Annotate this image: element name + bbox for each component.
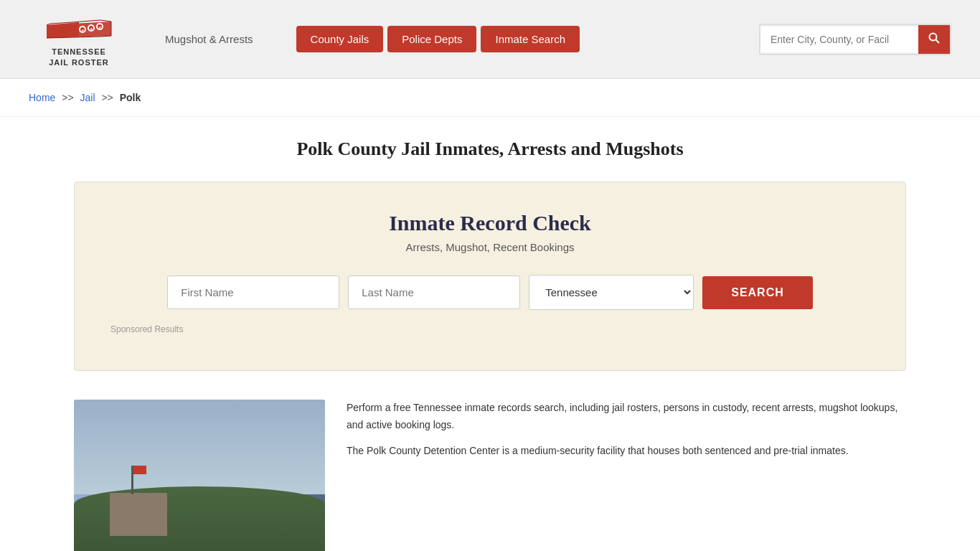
logo-text: TENNESSEE JAIL ROSTER	[49, 47, 109, 67]
search-icon	[928, 32, 940, 44]
breadcrumb: Home >> Jail >> Polk	[0, 79, 980, 117]
header-search-button[interactable]	[918, 25, 950, 54]
header-search-bar	[759, 24, 951, 55]
page-title: Polk County Jail Inmates, Arrests and Mu…	[74, 138, 906, 160]
description-text: Perform a free Tennessee inmate records …	[347, 400, 906, 468]
breadcrumb-jail[interactable]: Jail	[80, 92, 95, 103]
county-jails-button[interactable]: County Jails	[296, 26, 384, 52]
last-name-input[interactable]	[348, 276, 520, 309]
main-nav: County Jails Police Depts Inmate Search	[296, 26, 580, 52]
first-name-input[interactable]	[167, 276, 339, 309]
site-logo[interactable]: ★ ★ ★ TENNESSEE JAIL ROSTER	[29, 11, 129, 67]
mugshot-arrests-link[interactable]: Mugshot & Arrests	[165, 33, 253, 45]
breadcrumb-home[interactable]: Home	[29, 92, 55, 103]
bottom-section: Perform a free Tennessee inmate records …	[74, 400, 906, 551]
record-check-subtitle: Arrests, Mugshot, Recent Bookings	[103, 241, 877, 253]
police-depts-button[interactable]: Police Depts	[387, 26, 476, 52]
breadcrumb-current: Polk	[120, 92, 141, 103]
description-paragraph2: The Polk County Detention Center is a me…	[347, 443, 906, 460]
description-paragraph1: Perform a free Tennessee inmate records …	[347, 400, 906, 434]
main-content: Polk County Jail Inmates, Arrests and Mu…	[45, 117, 935, 551]
inmate-search-form: Tennessee Alabama Alaska Arizona Arkansa…	[103, 275, 877, 310]
logo-icon: ★ ★ ★	[43, 11, 115, 47]
svg-marker-1	[47, 22, 79, 38]
inmate-search-button[interactable]: Inmate Search	[481, 26, 580, 52]
record-check-title: Inmate Record Check	[103, 211, 877, 235]
svg-line-12	[936, 39, 940, 43]
site-header: ★ ★ ★ TENNESSEE JAIL ROSTER Mugshot & Ar…	[0, 0, 980, 79]
record-check-box: Inmate Record Check Arrests, Mugshot, Re…	[74, 182, 906, 371]
facility-image	[74, 400, 325, 551]
breadcrumb-sep2: >>	[101, 92, 113, 103]
sponsored-label: Sponsored Results	[103, 324, 877, 334]
breadcrumb-sep1: >>	[62, 92, 73, 103]
record-search-button[interactable]: SEARCH	[702, 276, 813, 309]
state-select[interactable]: Tennessee Alabama Alaska Arizona Arkansa…	[529, 275, 694, 310]
svg-point-11	[930, 33, 937, 40]
header-search-input[interactable]	[760, 27, 918, 52]
